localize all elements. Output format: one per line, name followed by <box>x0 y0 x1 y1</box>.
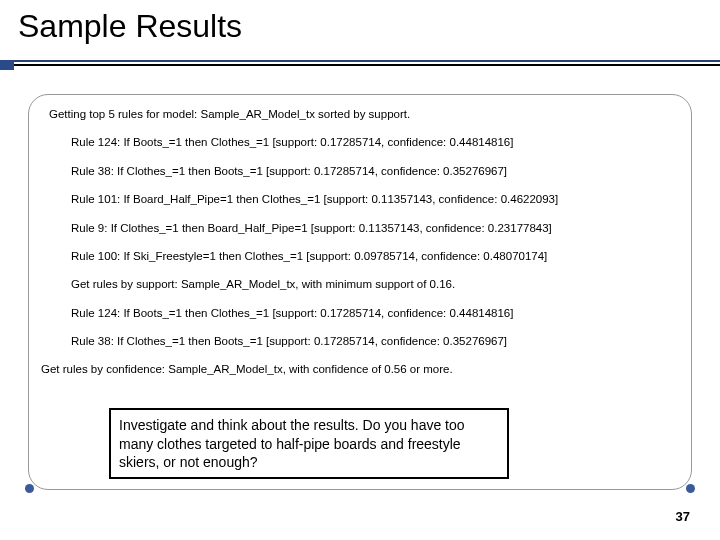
line-rule: Rule 124: If Boots_=1 then Clothes_=1 [s… <box>29 306 691 320</box>
corner-dot-br <box>686 484 695 493</box>
title-underline <box>14 60 720 66</box>
page-number: 37 <box>676 509 690 524</box>
line-rule: Rule 124: If Boots_=1 then Clothes_=1 [s… <box>29 135 691 149</box>
line-confidence-heading: Get rules by confidence: Sample_AR_Model… <box>29 362 691 376</box>
line-rule: Rule 38: If Clothes_=1 then Boots_=1 [su… <box>29 164 691 178</box>
accent-bar <box>0 60 14 70</box>
line-rule: Rule 38: If Clothes_=1 then Boots_=1 [su… <box>29 334 691 348</box>
callout-box: Investigate and think about the results.… <box>109 408 509 479</box>
slide-title: Sample Results <box>18 8 720 45</box>
line-support-heading: Get rules by support: Sample_AR_Model_tx… <box>29 277 691 291</box>
line-rule: Rule 101: If Board_Half_Pipe=1 then Clot… <box>29 192 691 206</box>
corner-dot-bl <box>25 484 34 493</box>
line-rule: Rule 9: If Clothes_=1 then Board_Half_Pi… <box>29 221 691 235</box>
line-rule: Rule 100: If Ski_Freestyle=1 then Clothe… <box>29 249 691 263</box>
line-intro: Getting top 5 rules for model: Sample_AR… <box>29 107 691 121</box>
content-frame: Getting top 5 rules for model: Sample_AR… <box>28 94 692 490</box>
